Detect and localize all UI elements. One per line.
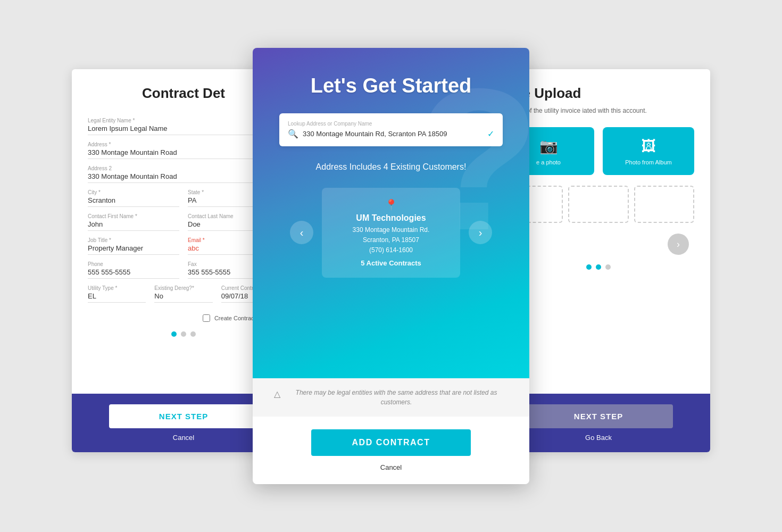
add-contract-button[interactable]: ADD CONTRACT <box>311 429 471 456</box>
right-nav-arrow[interactable]: › <box>668 234 689 255</box>
prev-arrow[interactable]: ‹ <box>290 221 313 244</box>
next-step-button[interactable]: NEXT STEP <box>109 404 258 428</box>
phone-field: Phone 555 555-5555 <box>88 261 179 279</box>
center-title: Let's Get Started <box>311 74 472 97</box>
center-bottom: ADD CONTRACT Cancel <box>253 417 529 484</box>
carousel-area: ‹ 📍 UM Technologies 330 Montage Mountain… <box>274 188 508 278</box>
pin-icon: 📍 <box>338 198 444 211</box>
address1-label: Address * <box>88 142 279 147</box>
customer-address2: Scranton, PA 18507 <box>363 236 419 244</box>
center-top-gradient: Let's Get Started Lookup Address or Comp… <box>253 48 529 378</box>
city-label: City * <box>88 189 179 195</box>
camera-icon: 📷 <box>539 137 558 155</box>
right-dots <box>503 264 694 270</box>
get-started-card: Let's Get Started Lookup Address or Comp… <box>253 48 529 484</box>
job-title-field: Job Title * Property Manager <box>88 237 179 255</box>
phone-label: Phone <box>88 261 179 267</box>
photo-album-label: Photo from Album <box>625 159 671 165</box>
customer-card: 📍 UM Technologies 330 Montage Mountain R… <box>322 188 460 278</box>
utility-type-value: EL <box>88 292 146 303</box>
address2-field: Address 2 330 Montage Mountain Road <box>88 165 279 183</box>
create-contract-checkbox-row[interactable]: Create Contract at Taylor <box>88 314 279 322</box>
customer-name: UM Technologies <box>338 213 444 223</box>
existing-dereg-label: Existing Dereg?* <box>154 285 212 291</box>
contact-first-label: Contact First Name * <box>88 213 179 219</box>
customer-address: 330 Montage Mountain Rd. Scranton, PA 18… <box>338 225 444 256</box>
empty-tiles <box>503 186 694 223</box>
search-icon: 🔍 <box>288 129 298 139</box>
empty-tile-2 <box>568 186 628 223</box>
dot-1 <box>171 331 177 337</box>
existing-dereg-group: Existing Dereg?* No <box>154 285 212 303</box>
existing-dereg-value: No <box>154 292 212 303</box>
address-banner: Address Includes 4 Existing Customers! <box>316 162 467 172</box>
search-input-value: 330 Montage Mountain Rd, Scranton PA 185… <box>303 130 483 138</box>
warning-icon: △ <box>274 389 280 399</box>
search-label: Lookup Address or Company Name <box>288 121 494 127</box>
customer-contracts: 5 Active Contracts <box>338 259 444 267</box>
dot-2 <box>181 331 186 337</box>
go-back-button[interactable]: Go Back <box>585 434 612 442</box>
check-icon: ✓ <box>487 129 494 139</box>
dot-3 <box>190 331 196 337</box>
contact-first-value: John <box>88 220 179 231</box>
right-card-title: oice Upload <box>503 85 694 102</box>
legal-entity-value: Lorem Ipsum Legal Name <box>88 124 279 135</box>
utility-type-group: Utility Type * EL <box>88 285 146 303</box>
address1-value: 330 Montage Mountain Road <box>88 148 279 159</box>
legal-entity-label: Legal Entity Name * <box>88 118 279 123</box>
right-dot-2 <box>596 264 601 270</box>
city-value: Scranton <box>88 196 179 207</box>
upload-grid: 📷 e a photo 🖼 Photo from Album <box>503 127 694 175</box>
contact-first-field: Contact First Name * John <box>88 213 179 231</box>
photo-album-tile[interactable]: 🖼 Photo from Album <box>603 127 694 175</box>
cancel-button-left[interactable]: Cancel <box>173 434 194 442</box>
customer-address1: 330 Montage Mountain Rd. <box>353 226 430 234</box>
utility-type-label: Utility Type * <box>88 285 146 291</box>
warning-text: There may be legal entities with the sam… <box>285 388 508 407</box>
right-dot-3 <box>605 264 611 270</box>
right-card-desc: ll pages of the utility invoice iated wi… <box>503 107 694 114</box>
customer-phone: (570) 614-1600 <box>369 246 413 254</box>
city-field: City * Scranton <box>88 189 179 207</box>
left-dots <box>88 331 279 337</box>
legal-entity-field: Legal Entity Name * Lorem Ipsum Legal Na… <box>88 118 279 135</box>
phone-value: 555 555-5555 <box>88 268 179 279</box>
address2-value: 330 Montage Mountain Road <box>88 172 279 183</box>
job-title-label: Job Title * <box>88 237 179 243</box>
next-step-button-right[interactable]: NEXT STEP <box>524 404 673 428</box>
job-title-value: Property Manager <box>88 244 179 255</box>
take-photo-label: e a photo <box>536 159 561 165</box>
right-dot-1 <box>586 264 592 270</box>
search-box[interactable]: Lookup Address or Company Name 🔍 330 Mon… <box>279 113 503 146</box>
address2-label: Address 2 <box>88 165 279 171</box>
cancel-button-center[interactable]: Cancel <box>380 463 402 471</box>
address1-field: Address * 330 Montage Mountain Road <box>88 142 279 159</box>
create-contract-checkbox[interactable] <box>203 314 210 322</box>
warning-section: △ There may be legal entities with the s… <box>253 378 529 417</box>
left-card-title: Contract Det <box>88 85 279 102</box>
next-arrow[interactable]: › <box>469 221 492 244</box>
empty-tile-3 <box>634 186 694 223</box>
album-icon: 🖼 <box>641 137 656 155</box>
